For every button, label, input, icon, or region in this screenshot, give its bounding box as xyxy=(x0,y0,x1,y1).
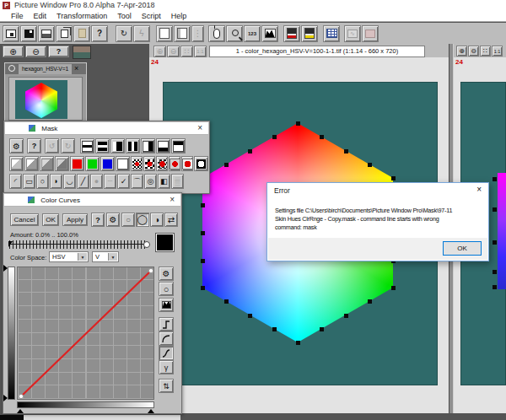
gradient-right-marker[interactable] xyxy=(148,409,154,413)
mask-dialog-titlebar[interactable]: Mask × xyxy=(5,122,208,135)
mask-handle[interactable] xyxy=(368,163,372,167)
curve-color-swatch[interactable] xyxy=(156,234,174,251)
mask-color-blue-button[interactable] xyxy=(100,156,115,171)
slider-left-marker[interactable] xyxy=(8,241,13,247)
menu-tool[interactable]: Tool xyxy=(112,12,137,20)
print-button[interactable] xyxy=(38,25,55,42)
close-icon[interactable]: × xyxy=(476,185,482,194)
plot-histogram-button[interactable] xyxy=(159,298,174,312)
mask-pattern-1-button[interactable] xyxy=(131,156,143,171)
mask-handle[interactable] xyxy=(391,286,396,290)
thumb-zoom-out-button[interactable]: ⊖ xyxy=(25,46,46,57)
menu-edit[interactable]: Edit xyxy=(29,12,52,20)
channel-select[interactable]: V ▼ xyxy=(92,251,119,262)
chart-tool-button[interactable]: ∿ xyxy=(344,25,361,42)
curves-settings-button[interactable]: ⚙ xyxy=(106,213,120,227)
right-zoom-in-button[interactable]: ⊕ xyxy=(456,46,467,57)
mask-display-mode-3-button[interactable] xyxy=(110,138,125,153)
radio-icon[interactable] xyxy=(8,65,15,72)
plot-settings-button[interactable]: ⚙ xyxy=(159,267,174,281)
error-ok-button[interactable]: OK xyxy=(443,241,482,256)
swap-button[interactable]: ⇄ xyxy=(164,213,178,227)
mask-handle[interactable] xyxy=(224,163,229,167)
mask-tool-leaf-button[interactable]: ◗ xyxy=(50,174,62,189)
mask-handle[interactable] xyxy=(296,341,300,345)
horizontal-gradient-bar[interactable] xyxy=(17,401,154,408)
mask-tool-ellipse-button[interactable]: ○ xyxy=(36,174,49,189)
mask-overlay-2-button[interactable] xyxy=(24,156,39,171)
menu-file[interactable]: File xyxy=(6,12,29,20)
duplicate-button[interactable] xyxy=(56,25,73,42)
mask-tool-polygon-button[interactable]: ◡ xyxy=(63,174,76,189)
mask-display-mode-1-button[interactable] xyxy=(80,138,94,153)
tint-tool-button[interactable] xyxy=(362,25,379,42)
mask-tool-similar-button[interactable]: ◎ xyxy=(144,174,157,189)
mask-pattern-circle-button[interactable] xyxy=(194,156,208,171)
mask-tool-rectangle-button[interactable]: ▭ xyxy=(23,174,35,189)
chevron-down-icon[interactable]: ▼ xyxy=(78,253,87,261)
mask-handle[interactable] xyxy=(224,299,229,304)
right-fit-button[interactable]: ∷ xyxy=(480,46,491,57)
color-space-select[interactable]: HSV ▼ xyxy=(49,251,89,262)
mask-overlay-1-button[interactable] xyxy=(9,156,24,171)
thumbnail-canvas[interactable] xyxy=(15,80,67,119)
vertical-gradient-bar[interactable] xyxy=(8,267,15,400)
mask-display-mode-6-button[interactable] xyxy=(156,138,170,153)
panel-a-button[interactable] xyxy=(156,25,173,42)
mask-handle[interactable] xyxy=(493,285,497,289)
left-one-to-one-button[interactable]: 1:1 xyxy=(194,46,207,57)
curves-dialog-titlebar[interactable]: Color Curves × xyxy=(4,194,180,207)
mask-handle[interactable] xyxy=(344,149,348,153)
curve-s-button[interactable] xyxy=(159,346,174,360)
mask-handle[interactable] xyxy=(201,259,205,263)
more-panels-button[interactable]: ⋮ xyxy=(191,25,204,42)
gradient-left-marker[interactable] xyxy=(17,409,24,413)
left-fit-button[interactable]: ∷ xyxy=(180,46,193,57)
close-icon[interactable]: × xyxy=(74,63,78,74)
mask-handle[interactable] xyxy=(248,149,252,153)
mask-tool-line-button[interactable]: ┄ xyxy=(104,174,116,189)
mask-color-red-button[interactable] xyxy=(70,156,84,171)
mask-tool-brush-button[interactable]: ╱ xyxy=(77,174,89,189)
magnifier-tool-button[interactable] xyxy=(226,25,243,42)
plot-point-button[interactable]: ○ xyxy=(159,282,174,296)
mask-tool-soft-brush-button[interactable]: ● xyxy=(90,174,103,189)
mask-tool-dither-button[interactable]: ▒ xyxy=(171,174,184,189)
fg-bg-color-swatch[interactable] xyxy=(73,46,91,59)
mask-overlay-4-button[interactable] xyxy=(55,156,69,171)
preview-white-button[interactable]: ◯ xyxy=(136,213,149,227)
mask-settings-button[interactable]: ⚙ xyxy=(9,138,24,153)
mask-handle[interactable] xyxy=(296,121,300,126)
reapply-button[interactable]: ↻ xyxy=(116,25,132,42)
mask-handle[interactable] xyxy=(201,231,205,235)
mask-handle[interactable] xyxy=(493,177,497,181)
curve-step-button[interactable] xyxy=(159,317,174,331)
menu-transformation[interactable]: Transformation xyxy=(51,12,112,20)
curve-shoulder-button[interactable] xyxy=(159,331,174,346)
mask-pattern-2-button[interactable] xyxy=(143,156,155,171)
apply-button[interactable]: Apply xyxy=(62,213,88,226)
mask-display-mode-5-button[interactable] xyxy=(141,138,155,153)
color-curves-dialog[interactable]: Color Curves × Cancel OK Apply ? ⚙ ○ ◯ ◑… xyxy=(3,192,182,414)
mask-overlay-3-button[interactable] xyxy=(40,156,54,171)
mask-handle[interactable] xyxy=(344,314,348,318)
run-script-button[interactable]: ϟ xyxy=(133,25,150,42)
gradient-top-marker[interactable] xyxy=(3,265,8,272)
save-button[interactable] xyxy=(20,25,37,42)
mask-tool-threshold-button[interactable]: ◧ xyxy=(158,174,170,189)
curves-help-button[interactable]: ? xyxy=(91,213,105,227)
mask-handle[interactable] xyxy=(272,135,277,139)
help-button[interactable]: ? xyxy=(91,25,108,42)
cancel-button[interactable]: Cancel xyxy=(10,213,39,226)
mask-display-mode-7-button[interactable] xyxy=(171,138,186,153)
mask-pattern-5-button[interactable] xyxy=(181,156,193,171)
mask-color-green-button[interactable] xyxy=(85,156,100,171)
mask-display-mode-2-button[interactable] xyxy=(95,138,110,153)
amount-slider[interactable] xyxy=(9,240,148,249)
mask-handle[interactable] xyxy=(201,286,205,290)
mask-handle[interactable] xyxy=(368,299,372,304)
grid-tool-button[interactable] xyxy=(323,25,340,42)
mask-tool-check-button[interactable]: ✓ xyxy=(117,174,130,189)
thumbnail-tab[interactable]: hexagon_HSV-V=1 xyxy=(19,64,72,74)
mask-handle[interactable] xyxy=(493,270,497,274)
